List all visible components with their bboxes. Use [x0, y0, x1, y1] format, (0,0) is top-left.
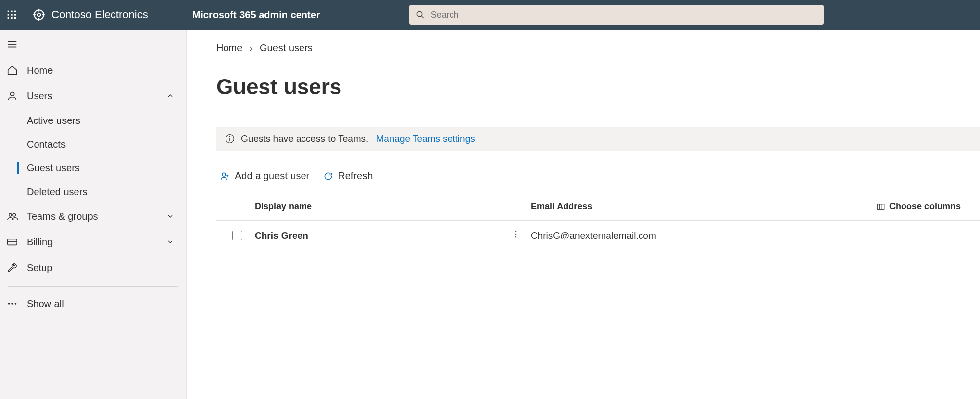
- sidebar-item-label: Guest users: [27, 162, 80, 174]
- breadcrumb-home[interactable]: Home: [216, 42, 242, 54]
- waffle-icon: [7, 10, 17, 20]
- row-display-name[interactable]: Chris Green: [255, 230, 511, 241]
- hamburger-icon: [7, 39, 18, 50]
- sidebar-item-show-all[interactable]: Show all: [0, 291, 186, 317]
- sidebar-item-contacts[interactable]: Contacts: [0, 132, 186, 156]
- sidebar-item-label: Users: [27, 90, 157, 102]
- app-launcher[interactable]: [0, 0, 24, 30]
- credit-card-icon: [7, 237, 18, 247]
- command-label: Refresh: [338, 170, 373, 182]
- choose-columns-button[interactable]: Choose columns: [876, 201, 980, 212]
- sidebar-divider: [8, 286, 178, 287]
- sidebar-item-label: Contacts: [27, 139, 66, 150]
- svg-point-27: [15, 303, 17, 305]
- svg-point-39: [515, 236, 517, 238]
- global-search[interactable]: [409, 5, 824, 25]
- search-icon: [416, 10, 425, 19]
- sidebar-item-label: Home: [27, 65, 174, 76]
- sidebar-item-setup[interactable]: Setup: [0, 255, 186, 280]
- row-checkbox[interactable]: [232, 231, 242, 240]
- command-bar: Add a guest user Refresh: [216, 170, 980, 193]
- command-label: Add a guest user: [235, 170, 309, 182]
- sidebar-item-deleted-users[interactable]: Deleted users: [0, 180, 186, 203]
- chevron-down-icon: [166, 212, 174, 220]
- svg-point-15: [417, 11, 422, 17]
- refresh-icon: [323, 171, 333, 181]
- person-add-icon: [220, 171, 230, 181]
- svg-point-10: [38, 13, 41, 17]
- nav-collapse-button[interactable]: [0, 32, 186, 57]
- sidebar-item-active-users[interactable]: Active users: [0, 109, 186, 132]
- app-title: Microsoft 365 admin center: [192, 9, 320, 21]
- sidebar-item-label: Show all: [27, 298, 174, 310]
- svg-rect-1: [11, 11, 12, 12]
- page-title: Guest users: [216, 75, 980, 99]
- more-horizontal-icon: [7, 298, 18, 309]
- svg-rect-8: [14, 17, 16, 19]
- breadcrumb-current: Guest users: [260, 42, 313, 54]
- svg-rect-6: [8, 17, 9, 19]
- people-icon: [7, 211, 18, 222]
- svg-rect-5: [14, 14, 16, 15]
- info-banner-text: Guests have access to Teams.: [241, 133, 368, 144]
- add-guest-user-button[interactable]: Add a guest user: [220, 170, 309, 182]
- svg-rect-4: [11, 14, 12, 15]
- sidebar-item-guest-users[interactable]: Guest users: [0, 156, 186, 180]
- svg-point-21: [9, 214, 12, 217]
- table-header: Display name Email Address Choose column…: [216, 193, 980, 221]
- svg-rect-3: [8, 14, 9, 15]
- chevron-down-icon: [166, 238, 174, 246]
- svg-point-20: [10, 92, 14, 96]
- home-icon: [7, 65, 18, 76]
- sidebar-item-label: Setup: [27, 262, 174, 274]
- svg-point-37: [515, 231, 517, 232]
- svg-line-16: [421, 16, 424, 18]
- columns-icon: [876, 202, 885, 211]
- sidebar-item-home[interactable]: Home: [0, 57, 186, 83]
- breadcrumb: Home › Guest users: [216, 42, 980, 54]
- sidebar-item-label: Billing: [27, 237, 157, 248]
- person-icon: [7, 90, 18, 101]
- search-input[interactable]: [431, 10, 817, 20]
- sidebar-item-label: Deleted users: [27, 186, 87, 198]
- sidebar-item-label: Active users: [27, 115, 80, 126]
- row-email: ChrisG@anexternalemail.com: [531, 230, 876, 241]
- svg-rect-2: [14, 11, 16, 12]
- svg-rect-34: [877, 204, 884, 209]
- svg-rect-0: [8, 11, 9, 12]
- choose-columns-label: Choose columns: [889, 201, 961, 212]
- svg-point-38: [515, 234, 517, 235]
- info-banner: Guests have access to Teams. Manage Team…: [216, 127, 980, 151]
- refresh-button[interactable]: Refresh: [323, 170, 373, 182]
- sidebar-item-label: Teams & groups: [27, 211, 157, 222]
- svg-point-30: [229, 136, 230, 137]
- breadcrumb-separator-icon: ›: [249, 42, 253, 54]
- table-row[interactable]: Chris Green ChrisG@anexternalemail.com: [216, 221, 980, 250]
- sidebar-item-billing[interactable]: Billing: [0, 229, 186, 255]
- info-icon: [225, 134, 235, 144]
- wrench-icon: [7, 262, 18, 273]
- svg-rect-7: [11, 17, 12, 19]
- svg-point-22: [13, 214, 15, 217]
- svg-point-26: [11, 303, 13, 305]
- sidebar: Home Users Active users Contacts Guest u…: [0, 30, 187, 399]
- column-header-email[interactable]: Email Address: [531, 201, 876, 212]
- tenant-name: Contoso Electronics: [51, 8, 148, 21]
- chevron-up-icon: [166, 92, 174, 100]
- svg-rect-23: [8, 239, 17, 245]
- sidebar-item-teams-groups[interactable]: Teams & groups: [0, 203, 186, 229]
- column-header-display-name[interactable]: Display name: [255, 201, 511, 212]
- svg-point-31: [222, 173, 226, 176]
- svg-point-25: [8, 303, 10, 305]
- more-vertical-icon[interactable]: [511, 230, 520, 239]
- manage-teams-settings-link[interactable]: Manage Teams settings: [376, 133, 475, 144]
- tenant-logo-icon: [33, 8, 45, 21]
- sidebar-item-users[interactable]: Users: [0, 83, 186, 109]
- tenant-brand[interactable]: Contoso Electronics: [33, 8, 148, 21]
